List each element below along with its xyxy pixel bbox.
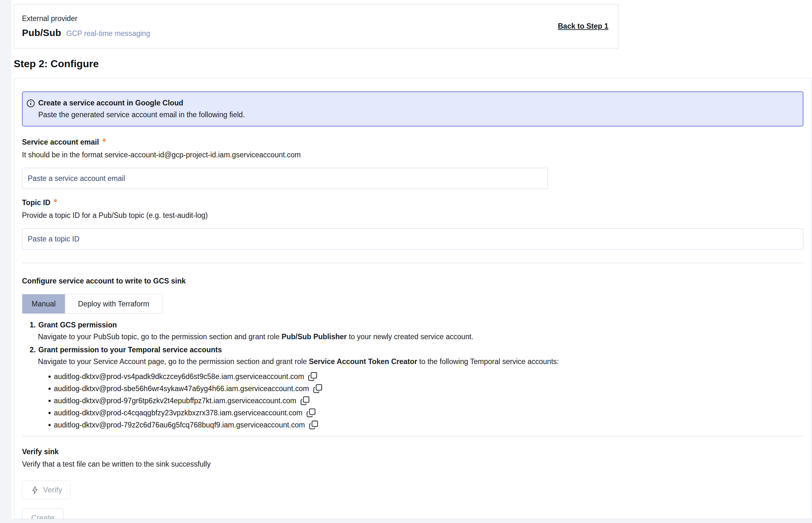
step-1-title: 1.Grant GCS permission: [30, 321, 804, 329]
configure-tabs: Manual Deploy with Terraform: [22, 294, 162, 314]
content-panel: External provider Pub/Sub GCP real-time …: [12, 0, 812, 519]
step-2-role-name: Service Account Token Creator: [309, 357, 417, 366]
instruction-step-1: 1.Grant GCS permission Navigate to your …: [30, 321, 804, 341]
service-account-email-label-text: Service account email: [22, 138, 99, 146]
copy-icon[interactable]: [300, 396, 310, 405]
step-2-body: Navigate to your Service Account page, g…: [38, 357, 804, 366]
step-1-role-name: Pub/Sub Publisher: [282, 332, 347, 341]
back-to-step1-link[interactable]: Back to Step 1: [558, 22, 609, 31]
service-account-item: auditlog-dktxv@prod-vs4padk9dkczcey6d6st…: [54, 371, 804, 382]
required-dot: [54, 199, 57, 202]
step-2-title-text: Grant permission to your Temporal servic…: [38, 346, 222, 354]
instruction-step-2: 2.Grant permission to your Temporal serv…: [30, 346, 804, 366]
instruction-steps: 1.Grant GCS permission Navigate to your …: [22, 321, 804, 366]
service-account-list: auditlog-dktxv@prod-vs4padk9dkczcey6d6st…: [22, 371, 804, 431]
step-1-number: 1.: [30, 321, 36, 329]
bullet-icon: [49, 412, 51, 414]
step-1-body: Navigate to your PubSub topic, go to the…: [38, 332, 804, 341]
step-2-body-prefix: Navigate to your Service Account page, g…: [38, 357, 309, 366]
page-title: Step 2: Configure: [14, 58, 99, 70]
section-divider: [22, 436, 804, 436]
provider-description: GCP real-time messaging: [66, 29, 150, 38]
provider-row: Pub/Sub GCP real-time messaging: [22, 28, 150, 38]
service-account-item: auditlog-dktxv@prod-sbe56h6wr4sykaw47a6y…: [54, 382, 804, 395]
section-divider: [22, 263, 804, 263]
zap-icon: [31, 486, 39, 494]
copy-icon[interactable]: [313, 384, 322, 393]
service-account-email: auditlog-dktxv@prod-97gr6tp6zkv2t4epubff…: [54, 395, 296, 407]
step-2-number: 2.: [30, 346, 36, 354]
info-banner-title: Create a service account in Google Cloud: [38, 99, 245, 107]
bullet-icon: [49, 387, 51, 390]
service-account-email-input[interactable]: [22, 168, 548, 189]
service-account-item: auditlog-dktxv@prod-79z2c6d76au6g5fcq768…: [54, 419, 804, 431]
service-account-email: auditlog-dktxv@prod-vs4padk9dkczcey6d6st…: [54, 371, 304, 382]
service-account-email-label: Service account email: [22, 138, 804, 146]
provider-name: Pub/Sub: [22, 28, 61, 38]
step-1-body-suffix: to your newly created service account.: [347, 332, 474, 341]
topic-id-label-text: Topic ID: [22, 198, 50, 207]
info-banner-text: Create a service account in Google Cloud…: [38, 99, 245, 119]
service-account-email: auditlog-dktxv@prod-sbe56h6wr4sykaw47a6y…: [54, 382, 309, 395]
tab-manual[interactable]: Manual: [22, 294, 65, 313]
copy-icon[interactable]: [308, 372, 317, 381]
create-button[interactable]: Create: [22, 508, 64, 519]
configure-section-title: Configure service account to write to GC…: [22, 277, 804, 285]
verify-button[interactable]: Verify: [22, 481, 71, 499]
verify-sink-title: Verify sink: [22, 448, 804, 456]
configure-card: Create a service account in Google Cloud…: [14, 78, 811, 519]
service-account-email: auditlog-dktxv@prod-c4cqaqgbfzy23vpzkbxz…: [54, 407, 302, 419]
bullet-icon: [49, 424, 51, 426]
bullet-icon: [49, 376, 51, 378]
required-dot: [103, 139, 106, 142]
topic-id-input[interactable]: [22, 228, 804, 249]
service-account-item: auditlog-dktxv@prod-97gr6tp6zkv2t4epubff…: [54, 395, 804, 407]
tab-deploy-with-terraform[interactable]: Deploy with Terraform: [65, 294, 162, 313]
step-1-title-text: Grant GCS permission: [38, 321, 117, 329]
bullet-icon: [49, 400, 51, 402]
info-banner: Create a service account in Google Cloud…: [22, 91, 804, 126]
verify-button-label: Verify: [43, 485, 62, 494]
create-button-label: Create: [31, 513, 54, 519]
copy-icon[interactable]: [309, 420, 318, 430]
step-2-body-suffix: to the following Temporal service accoun…: [417, 357, 559, 366]
service-account-item: auditlog-dktxv@prod-c4cqaqgbfzy23vpzkbxz…: [54, 407, 804, 419]
topic-id-label: Topic ID: [22, 198, 804, 207]
provider-info: External provider Pub/Sub GCP real-time …: [22, 14, 150, 38]
provider-card: External provider Pub/Sub GCP real-time …: [14, 4, 618, 49]
copy-icon[interactable]: [306, 408, 316, 418]
topic-id-helper: Provide a topic ID for a Pub/Sub topic (…: [22, 211, 804, 220]
service-account-email-helper: It should be in the format service-accou…: [22, 151, 804, 159]
info-icon: [27, 99, 35, 108]
step-1-body-prefix: Navigate to your PubSub topic, go to the…: [38, 332, 282, 341]
provider-eyebrow: External provider: [22, 14, 150, 23]
info-banner-body: Paste the generated service account emai…: [38, 110, 245, 119]
service-account-email: auditlog-dktxv@prod-79z2c6d76au6g5fcq768…: [54, 419, 305, 431]
verify-sink-helper: Verify that a test file can be written t…: [22, 460, 804, 469]
step-2-title: 2.Grant permission to your Temporal serv…: [30, 346, 804, 354]
